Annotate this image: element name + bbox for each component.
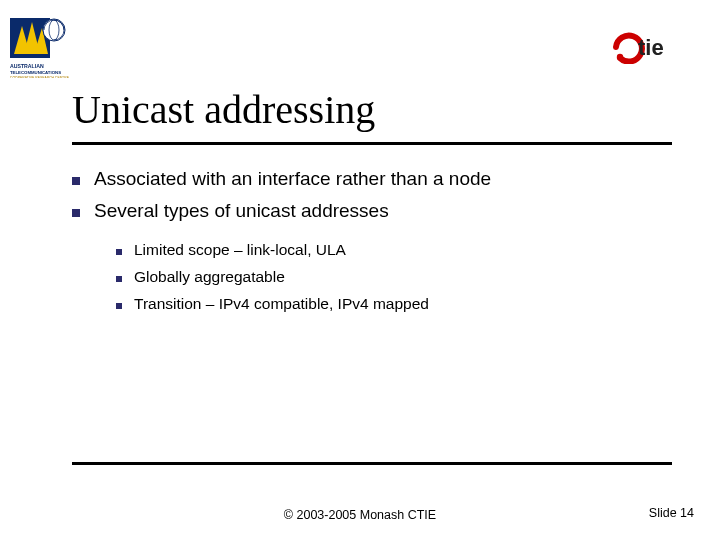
- divider-bottom: [72, 462, 672, 465]
- sub-bullet-text: Transition – IPv4 compatible, IPv4 mappe…: [134, 293, 429, 315]
- bullet-icon: [116, 276, 122, 282]
- bullet-text: Several types of unicast addresses: [94, 198, 389, 224]
- svg-point-4: [43, 19, 65, 41]
- svg-text:TELECOMMUNICATIONS: TELECOMMUNICATIONS: [10, 70, 61, 75]
- ctie-logo: tie: [610, 30, 698, 64]
- svg-point-9: [617, 54, 623, 60]
- footer-copyright: © 2003-2005 Monash CTIE: [0, 508, 720, 522]
- slide: AUSTRALIAN TELECOMMUNICATIONS COOPERATIV…: [0, 0, 720, 540]
- sub-bullet-item: Globally aggregatable: [116, 266, 672, 288]
- slide-content: Associated with an interface rather than…: [72, 166, 672, 319]
- svg-text:tie: tie: [638, 35, 664, 60]
- bullet-icon: [116, 303, 122, 309]
- svg-text:AUSTRALIAN: AUSTRALIAN: [10, 63, 44, 69]
- sub-bullet-text: Limited scope – link-local, ULA: [134, 239, 346, 261]
- sub-bullet-item: Limited scope – link-local, ULA: [116, 239, 672, 261]
- bullet-icon: [72, 177, 80, 185]
- sub-bullet-item: Transition – IPv4 compatible, IPv4 mappe…: [116, 293, 672, 315]
- atc-logo: AUSTRALIAN TELECOMMUNICATIONS COOPERATIV…: [10, 18, 70, 78]
- bullet-text: Associated with an interface rather than…: [94, 166, 491, 192]
- sub-bullet-text: Globally aggregatable: [134, 266, 285, 288]
- slide-title: Unicast addressing: [72, 86, 375, 133]
- divider-top: [72, 142, 672, 145]
- bullet-item: Several types of unicast addresses: [72, 198, 672, 224]
- bullet-icon: [72, 209, 80, 217]
- sub-bullet-list: Limited scope – link-local, ULA Globally…: [116, 239, 672, 314]
- svg-text:COOPERATIVE RESEARCH CENTRE: COOPERATIVE RESEARCH CENTRE: [10, 76, 70, 78]
- footer-slide-number: Slide 14: [649, 506, 694, 520]
- bullet-icon: [116, 249, 122, 255]
- bullet-item: Associated with an interface rather than…: [72, 166, 672, 192]
